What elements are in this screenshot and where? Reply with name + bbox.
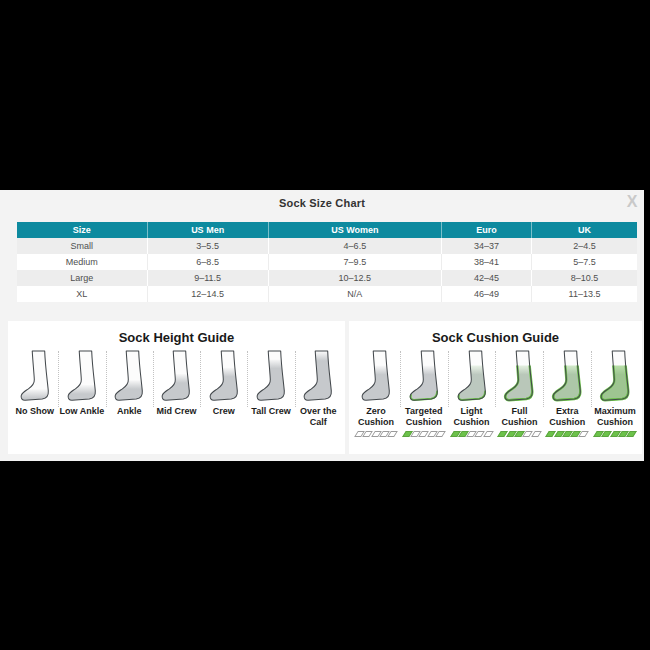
- cushion-meter: [452, 431, 492, 437]
- sock-cushion-icon: [406, 349, 442, 403]
- sock-cushion-icon: [454, 349, 490, 403]
- modal-title: Sock Size Chart: [0, 197, 644, 209]
- size-table: SizeUS MenUS WomenEuroUK Small3–5.54–6.5…: [17, 222, 637, 302]
- size-table-cell: 2–4.5: [532, 238, 637, 254]
- height-guide-item: Low Ankle: [58, 349, 105, 417]
- cushion-meter: [499, 431, 539, 437]
- size-table-cell: 9–11.5: [147, 270, 268, 286]
- height-guide-item: Mid Crew: [153, 349, 200, 417]
- height-guide-label: Crew: [213, 406, 235, 417]
- size-table-cell: 38–41: [442, 254, 532, 270]
- sock-cushion-icon: [597, 349, 633, 403]
- size-table-cell: 8–10.5: [532, 270, 637, 286]
- cushion-guide-label: Maximum Cushion: [591, 406, 639, 428]
- size-table-cell: 42–45: [442, 270, 532, 286]
- height-guide-item: Ankle: [106, 349, 153, 417]
- sock-cushion-icon: [358, 349, 394, 403]
- sock-cushion-icon: [549, 349, 585, 403]
- height-guide-label: Tall Crew: [251, 406, 290, 417]
- cushion-guide-label: Targeted Cushion: [400, 406, 448, 428]
- height-guide-item: Crew: [200, 349, 247, 417]
- height-guide-label: Ankle: [117, 406, 142, 417]
- size-table-cell: 6–8.5: [147, 254, 268, 270]
- cushion-guide-item: Extra Cushion: [543, 349, 591, 437]
- sock-height-icon: [64, 349, 100, 403]
- sock-height-icon: [206, 349, 242, 403]
- size-table-cell: 3–5.5: [147, 238, 268, 254]
- size-table-cell: 4–6.5: [268, 238, 442, 254]
- sock-height-icon: [253, 349, 289, 403]
- cushion-guide-item: Maximum Cushion: [591, 349, 639, 437]
- size-table-column-header: UK: [532, 222, 637, 238]
- size-table-column-header: US Women: [268, 222, 442, 238]
- cushion-meter: [595, 431, 635, 437]
- cushion-meter: [404, 431, 444, 437]
- cushion-guide-label: Light Cushion: [448, 406, 496, 428]
- sock-height-icon: [111, 349, 147, 403]
- size-table-cell: 11–13.5: [532, 286, 637, 302]
- height-guide-row: No ShowLow AnkleAnkleMid CrewCrewTall Cr…: [8, 349, 345, 428]
- cushion-guide-item: Light Cushion: [448, 349, 496, 437]
- size-table-cell: 12–14.5: [147, 286, 268, 302]
- height-guide-item: Tall Crew: [247, 349, 294, 417]
- height-guide-item: Over the Calf: [295, 349, 342, 428]
- cushion-guide-label: Zero Cushion: [352, 406, 400, 428]
- size-table-cell: 34–37: [442, 238, 532, 254]
- size-chart-modal: Sock Size Chart X SizeUS MenUS WomenEuro…: [0, 190, 644, 461]
- sock-height-icon: [17, 349, 53, 403]
- cushion-guide-card: Sock Cushion Guide Zero CushionTargeted …: [349, 321, 642, 454]
- cushion-guide-item: Zero Cushion: [352, 349, 400, 437]
- height-guide-label: No Show: [15, 406, 54, 417]
- height-guide-item: No Show: [11, 349, 58, 417]
- size-table-cell: Small: [17, 238, 147, 254]
- size-table-column-header: US Men: [147, 222, 268, 238]
- size-table-header-row: SizeUS MenUS WomenEuroUK: [17, 222, 637, 238]
- height-guide-label: Mid Crew: [156, 406, 196, 417]
- size-table-cell: 5–7.5: [532, 254, 637, 270]
- size-table-row: Medium6–8.57–9.538–415–7.5: [17, 254, 637, 270]
- height-guide-title: Sock Height Guide: [8, 330, 345, 345]
- size-table-cell: Large: [17, 270, 147, 286]
- size-table-cell: 7–9.5: [268, 254, 442, 270]
- cushion-guide-label: Extra Cushion: [543, 406, 591, 428]
- size-table-cell: XL: [17, 286, 147, 302]
- cushion-guide-row: Zero CushionTargeted CushionLight Cushio…: [349, 349, 642, 437]
- cushion-meter: [547, 431, 587, 437]
- size-table-row: XL12–14.5N/A46–4911–13.5: [17, 286, 637, 302]
- close-icon[interactable]: X: [623, 193, 641, 211]
- size-table-cell: N/A: [268, 286, 442, 302]
- height-guide-card: Sock Height Guide No ShowLow AnkleAnkleM…: [8, 321, 345, 454]
- cushion-guide-item: Targeted Cushion: [400, 349, 448, 437]
- cushion-meter-segment: [579, 431, 590, 437]
- cushion-guide-item: Full Cushion: [495, 349, 543, 437]
- cushion-meter: [356, 431, 396, 437]
- size-table-cell: Medium: [17, 254, 147, 270]
- size-table-cell: 46–49: [442, 286, 532, 302]
- sock-height-icon: [300, 349, 336, 403]
- cushion-meter-segment: [483, 431, 494, 437]
- size-table-cell: 10–12.5: [268, 270, 442, 286]
- size-table-column-header: Size: [17, 222, 147, 238]
- height-guide-label: Over the Calf: [297, 406, 339, 428]
- size-table-row: Small3–5.54–6.534–372–4.5: [17, 238, 637, 254]
- size-table-column-header: Euro: [442, 222, 532, 238]
- guide-cards: Sock Height Guide No ShowLow AnkleAnkleM…: [0, 321, 644, 455]
- size-table-row: Large9–11.510–12.542–458–10.5: [17, 270, 637, 286]
- cushion-guide-label: Full Cushion: [495, 406, 543, 428]
- cushion-guide-title: Sock Cushion Guide: [349, 330, 642, 345]
- sock-height-icon: [158, 349, 194, 403]
- height-guide-label: Low Ankle: [60, 406, 105, 417]
- sock-cushion-icon: [501, 349, 537, 403]
